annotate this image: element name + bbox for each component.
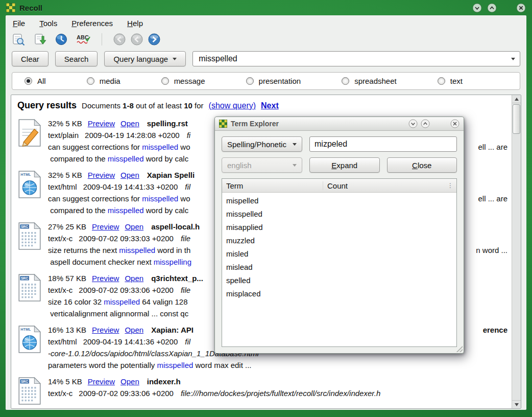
source-document-icon[interactable]: SRC <box>16 376 48 407</box>
result-stats: 32% 5 KB <box>48 119 82 128</box>
first-result-page-button[interactable] <box>113 33 126 45</box>
open-link[interactable]: Open <box>120 377 139 386</box>
menu-file[interactable]: File <box>13 19 25 28</box>
menu-tools[interactable]: Tools <box>39 19 57 28</box>
result-item: SRC 14% 5 KBPreviewOpenindexer.h text/x-… <box>16 376 507 407</box>
doc-type-filter: All media message presentation spreadshe… <box>12 72 520 90</box>
header-handle-icon: ⋮ <box>447 182 456 189</box>
result-date: 2009-07-02 09:33:03 +0200 <box>79 234 174 243</box>
close-button[interactable] <box>450 119 460 128</box>
filter-spreadsheet[interactable]: spreadsheet <box>342 77 397 85</box>
preview-link[interactable]: Preview <box>88 171 115 179</box>
open-link[interactable]: Open <box>125 326 143 334</box>
radio-icon[interactable] <box>161 77 169 85</box>
preview-link[interactable]: Preview <box>88 377 115 386</box>
radio-icon[interactable] <box>342 77 349 85</box>
menu-preferences[interactable]: Preferences <box>71 19 113 28</box>
chevron-down-icon[interactable] <box>511 58 515 60</box>
open-link[interactable]: Open <box>125 274 143 283</box>
update-index-icon[interactable] <box>33 33 46 46</box>
query-combobox[interactable] <box>192 51 520 66</box>
radio-icon[interactable] <box>246 77 254 85</box>
filter-message[interactable]: message <box>161 77 205 85</box>
result-stats: 32% 5 KB <box>48 171 82 179</box>
result-stats: 18% 57 KB <box>48 274 86 283</box>
open-link[interactable]: Open <box>120 171 139 179</box>
scroll-up-button[interactable] <box>512 95 521 103</box>
chevron-down-icon <box>293 164 297 167</box>
menu-help[interactable]: Help <box>127 19 143 28</box>
result-date: 2009-07-02 09:33:06 +0200 <box>79 286 174 294</box>
preview-link[interactable]: Preview <box>92 326 119 334</box>
open-link[interactable]: Open <box>120 119 139 128</box>
result-stats: 27% 25 KB <box>48 222 86 231</box>
next-page-button[interactable] <box>148 33 160 45</box>
filter-media[interactable]: media <box>87 77 120 85</box>
term-row[interactable]: misplaced <box>222 287 456 300</box>
preview-link[interactable]: Preview <box>92 222 119 231</box>
toolbar: ABC <box>6 29 526 48</box>
prev-page-button[interactable] <box>131 33 143 45</box>
maximize-button[interactable] <box>487 3 497 13</box>
term-row[interactable]: muzzled <box>222 234 456 247</box>
vertical-scrollbar[interactable] <box>512 95 521 408</box>
radio-icon[interactable] <box>25 77 32 85</box>
source-document-icon[interactable]: SRC <box>16 272 48 319</box>
first-page-icon[interactable] <box>12 33 25 46</box>
scroll-down-button[interactable] <box>512 400 521 408</box>
svg-text:HTML: HTML <box>20 327 31 332</box>
titlebar[interactable]: Recoll <box>0 0 532 15</box>
text-document-icon[interactable] <box>16 118 48 165</box>
column-header-count[interactable]: Count <box>323 181 447 190</box>
preview-link[interactable]: Preview <box>88 119 115 128</box>
filter-presentation[interactable]: presentation <box>246 77 301 85</box>
preview-link[interactable]: Preview <box>92 274 119 283</box>
next-page-link[interactable]: Next <box>261 101 279 110</box>
result-date: 2009-04-19 14:41:33 +0200 <box>83 182 178 191</box>
term-mode-select[interactable]: Spelling/Phonetic <box>222 136 302 152</box>
html-document-icon[interactable]: HTML <box>16 324 48 371</box>
column-header-term[interactable]: Term <box>222 181 323 190</box>
dialog-titlebar[interactable]: Term Explorer <box>215 117 464 131</box>
term-row[interactable]: misled <box>222 247 456 261</box>
radio-icon[interactable] <box>87 77 94 85</box>
svg-text:ABC: ABC <box>77 34 89 40</box>
clear-button[interactable]: Clear <box>12 51 49 66</box>
term-row[interactable]: misapplied <box>222 221 456 234</box>
term-row[interactable]: mislead <box>222 261 456 274</box>
term-row[interactable]: misspelled <box>222 207 456 221</box>
arrow-down-icon <box>515 403 519 406</box>
result-snippet: size returns the next misspelled word in… <box>48 244 190 256</box>
source-document-icon[interactable]: SRC <box>16 221 48 268</box>
result-title: aspell-local.h <box>151 222 200 231</box>
result-mime: text/x-c <box>48 389 72 398</box>
svg-text:HTML: HTML <box>20 172 31 177</box>
resize-grip[interactable] <box>456 346 463 352</box>
close-button[interactable]: Close <box>387 157 457 173</box>
term-input[interactable] <box>309 136 457 152</box>
history-icon[interactable] <box>55 33 68 46</box>
radio-icon[interactable] <box>438 77 445 85</box>
scrollbar-thumb[interactable] <box>513 104 520 134</box>
expand-button[interactable]: Expand <box>309 157 380 173</box>
menu-bar: File Tools Preferences Help <box>6 15 526 29</box>
html-document-icon[interactable]: HTML <box>16 169 48 216</box>
term-row[interactable]: spelled <box>222 274 456 287</box>
close-button[interactable] <box>516 3 526 13</box>
minimize-button[interactable] <box>408 119 418 128</box>
filter-text[interactable]: text <box>438 77 463 85</box>
nav-group <box>113 33 160 45</box>
result-stats: 16% 13 KB <box>48 326 86 334</box>
show-query-link[interactable]: (show query) <box>209 101 256 110</box>
search-input[interactable] <box>198 54 511 64</box>
maximize-button[interactable] <box>421 119 430 128</box>
filter-all[interactable]: All <box>25 77 46 85</box>
result-snippet: parameters word the potentially misspell… <box>48 359 252 371</box>
spellcheck-icon[interactable]: ABC <box>76 33 91 46</box>
minimize-button[interactable] <box>472 3 482 13</box>
term-explorer-dialog: Term Explorer Spelling/Phonetic <box>214 117 464 354</box>
term-row[interactable]: mispelled <box>222 194 456 207</box>
query-mode-select[interactable]: Query language <box>104 51 186 66</box>
search-button[interactable]: Search <box>55 51 98 66</box>
open-link[interactable]: Open <box>125 222 143 231</box>
